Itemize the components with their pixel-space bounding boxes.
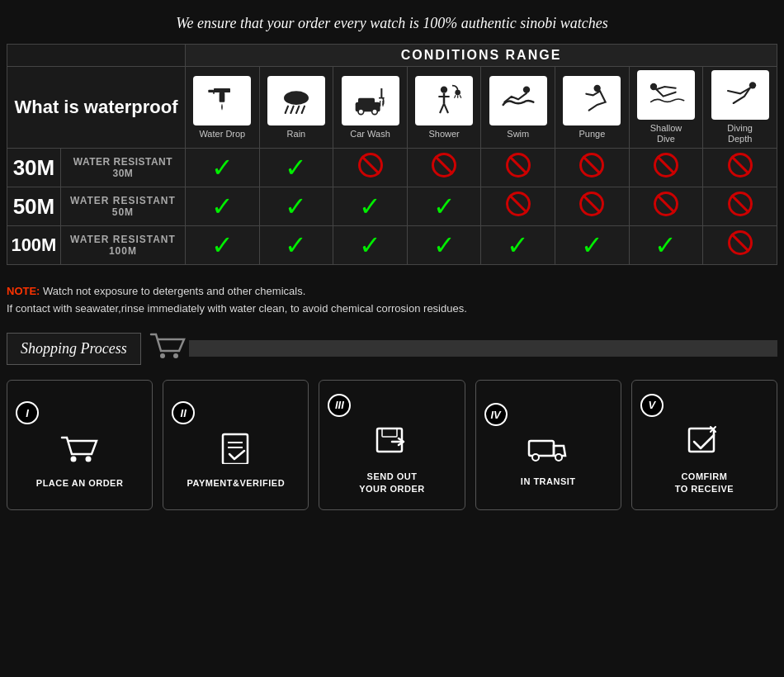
30m-punge <box>555 149 630 187</box>
svg-rect-2 <box>209 89 215 92</box>
note-line2: If contact with seawater,rinse immediate… <box>7 301 777 318</box>
steps-row: I PLACE AN ORDER II PAYME <box>7 380 777 510</box>
50m-description: WATER RESISTANT 50M <box>60 187 185 226</box>
30m-description: WATER RESISTANT 30M <box>60 149 185 187</box>
step3-label: SEND OUTYOUR ORDER <box>359 471 425 496</box>
top-banner: We ensure that your order every watch is… <box>0 0 784 44</box>
car-wash-icon-box <box>342 76 399 125</box>
50m-swim <box>481 187 555 226</box>
waterproof-section: CONDITIONS RANGE What is waterproof <box>0 44 784 273</box>
30m-swim <box>481 149 555 187</box>
svg-rect-0 <box>214 88 230 92</box>
50m-water-drop: ✓ <box>186 187 260 226</box>
100m-car-wash: ✓ <box>333 226 408 265</box>
30m-water-drop: ✓ <box>186 149 260 187</box>
icon-water-drop: Water Drop <box>186 67 260 149</box>
100m-shower: ✓ <box>407 226 481 265</box>
icon-rain: Rain <box>259 67 333 149</box>
step3-icon <box>374 424 410 464</box>
100m-label: 100M <box>7 226 61 265</box>
rain-icon-box <box>267 76 325 125</box>
step2-icon <box>218 431 254 471</box>
shopping-cart-icon <box>149 331 186 367</box>
step-payment-verified: II PAYMENT&VERIFIED <box>163 380 309 510</box>
shower-icon-box <box>415 76 473 125</box>
30m-rain: ✓ <box>259 149 333 187</box>
100m-description: WATER RESISTANT 100M <box>60 226 185 265</box>
step-confirm-receive: V COMFIRMTO RECEIVE <box>631 380 777 510</box>
row-100m: 100M WATER RESISTANT 100M ✓ ✓ ✓ ✓ ✓ ✓ ✓ <box>7 226 777 265</box>
50m-shower: ✓ <box>407 187 481 226</box>
svg-line-19 <box>440 103 444 113</box>
step1-icon <box>60 431 100 471</box>
svg-line-24 <box>460 95 461 97</box>
svg-point-29 <box>160 353 165 358</box>
svg-rect-39 <box>529 441 554 456</box>
conditions-header: CONDITIONS RANGE <box>186 45 777 67</box>
svg-rect-36 <box>377 428 402 452</box>
svg-point-10 <box>358 109 364 115</box>
svg-line-6 <box>296 106 299 112</box>
note-line1: NOTE: Watch not exposure to detergents a… <box>7 283 777 301</box>
icon-diving-depth: DivingDepth <box>703 67 777 149</box>
30m-diving-depth <box>703 149 777 187</box>
shopping-process-title: Shopping Process <box>7 333 141 365</box>
step1-label: PLACE AN ORDER <box>36 478 124 488</box>
diving-depth-label: DivingDepth <box>705 123 775 144</box>
step4-num: IV <box>484 403 508 426</box>
waterproof-table: CONDITIONS RANGE What is waterproof <box>7 44 777 265</box>
svg-point-40 <box>532 454 539 461</box>
banner-text: We ensure that your order every watch is… <box>176 15 607 31</box>
50m-diving-depth <box>703 187 777 226</box>
100m-rain: ✓ <box>259 226 333 265</box>
svg-line-4 <box>286 106 288 112</box>
svg-rect-1 <box>220 92 225 102</box>
note-label: NOTE: <box>7 285 40 297</box>
shopping-divider-bar <box>189 340 777 357</box>
100m-diving-depth <box>703 226 777 265</box>
svg-point-3 <box>284 91 309 105</box>
30m-car-wash <box>333 149 408 187</box>
shopping-section: Shopping Process I PLACE AN ORDER <box>0 324 784 527</box>
water-drop-icon-box <box>193 76 251 125</box>
100m-punge: ✓ <box>555 226 630 265</box>
note-section: NOTE: Watch not exposure to detergents a… <box>0 273 784 324</box>
svg-rect-9 <box>358 97 375 104</box>
step2-num: II <box>172 401 195 424</box>
svg-point-21 <box>455 89 460 95</box>
water-drop-label: Water Drop <box>187 129 257 140</box>
svg-point-32 <box>85 457 91 462</box>
svg-point-30 <box>173 353 178 358</box>
step4-icon <box>527 433 569 470</box>
step1-num: I <box>16 401 39 424</box>
icon-shallow-dive: ShallowDive <box>629 67 703 149</box>
50m-car-wash: ✓ <box>333 187 408 226</box>
svg-rect-37 <box>382 428 397 437</box>
swim-icon-box <box>489 76 547 125</box>
shopping-header: Shopping Process <box>7 331 777 367</box>
svg-point-41 <box>555 454 562 461</box>
icon-swim: Swim <box>481 67 555 149</box>
step5-icon <box>686 424 722 464</box>
what-is-waterproof-label: What is waterproof <box>7 67 186 149</box>
30m-shallow-dive <box>629 149 703 187</box>
step-place-order: I PLACE AN ORDER <box>7 380 153 510</box>
svg-point-25 <box>523 86 530 92</box>
svg-point-16 <box>441 86 447 92</box>
row-50m: 50M WATER RESISTANT 50M ✓ ✓ ✓ ✓ <box>7 187 777 226</box>
svg-line-22 <box>455 95 456 97</box>
shallow-dive-icon-box <box>637 70 695 120</box>
shower-label: Shower <box>409 129 479 140</box>
note-text1: Watch not exposure to detergents and oth… <box>40 285 305 297</box>
50m-rain: ✓ <box>259 187 333 226</box>
svg-point-31 <box>70 457 76 462</box>
30m-shower <box>407 149 481 187</box>
step2-label: PAYMENT&VERIFIED <box>187 478 285 488</box>
100m-swim: ✓ <box>481 226 555 265</box>
svg-point-11 <box>371 109 377 115</box>
punge-label: Punge <box>557 129 627 140</box>
swim-label: Swim <box>483 129 553 140</box>
30m-label: 30M <box>7 149 61 187</box>
icon-shower: Shower <box>407 67 481 149</box>
icon-car-wash: Car Wash <box>333 67 408 149</box>
